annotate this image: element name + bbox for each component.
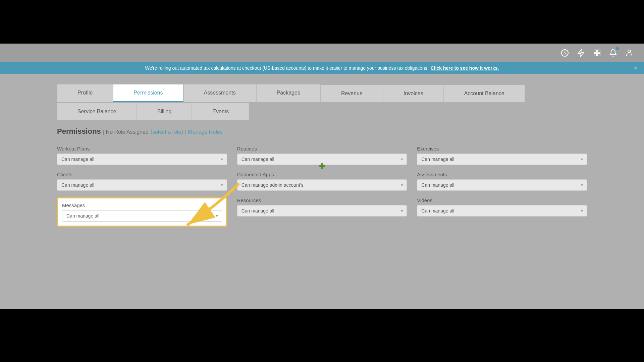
messages-label: Messages	[62, 202, 222, 208]
permission-exercises: Exercises Can manage all Can view only N…	[417, 146, 587, 165]
permissions-grid: Workout Plans Can manage all Can view on…	[57, 146, 587, 227]
exercises-select[interactable]: Can manage all Can view only No access	[417, 154, 587, 165]
separator: |	[185, 129, 188, 135]
svg-marker-1	[578, 50, 584, 56]
videos-label: Videos	[417, 197, 587, 203]
banner-close-button[interactable]: ×	[634, 65, 637, 72]
manage-roles-link[interactable]: Manage Roles	[188, 129, 223, 135]
permission-clients: Clients Can manage all Can view only No …	[57, 172, 227, 191]
permission-connected-apps: Connected Apps Can manage admin account'…	[237, 172, 407, 191]
svg-rect-3	[598, 50, 600, 52]
svg-rect-5	[598, 54, 600, 56]
select-role-link[interactable]: (select a role)	[151, 129, 183, 135]
svg-rect-4	[594, 54, 596, 56]
videos-select[interactable]: Can manage all Can view only No access	[417, 205, 587, 217]
messages-select[interactable]: Can manage all Can view only No access	[62, 210, 222, 222]
tab-revenue[interactable]: Revenue	[321, 85, 383, 102]
top-bar	[0, 0, 644, 44]
permission-resources: Resources Can manage all Can view only N…	[237, 197, 407, 227]
permission-assessments: Assessments Can manage all Can view only…	[417, 172, 587, 191]
exercises-select-wrapper: Can manage all Can view only No access	[417, 154, 587, 165]
videos-select-wrapper: Can manage all Can view only No access	[417, 205, 587, 217]
tab-profile[interactable]: Profile	[57, 84, 113, 102]
tab-packages[interactable]: Packages	[256, 84, 321, 102]
tab-assessments[interactable]: Assessments	[183, 84, 256, 102]
workout-plans-label: Workout Plans	[57, 146, 227, 152]
workout-plans-select[interactable]: Can manage all Can view only No access	[57, 154, 227, 165]
workout-plans-select-wrapper: Can manage all Can view only No access	[57, 154, 227, 165]
tab-service-balance[interactable]: Service Balance	[57, 103, 137, 120]
tab-events[interactable]: Events	[192, 103, 249, 120]
connected-apps-label: Connected Apps	[237, 172, 407, 177]
assessments-select[interactable]: Can manage all Can view only No access	[417, 179, 587, 191]
main-content: Profile Permissions Assessments Packages…	[0, 74, 644, 309]
assessments-label: Assessments	[417, 172, 587, 177]
permissions-header: Permissions | No Role Assigned (select a…	[57, 127, 587, 136]
clients-label: Clients	[57, 172, 227, 177]
permission-routines: Routines Can manage all Can view only No…	[237, 146, 407, 165]
bottom-bar	[0, 309, 644, 362]
svg-point-6	[628, 50, 631, 53]
lightning-icon[interactable]	[576, 48, 586, 58]
connected-apps-select-wrapper: Can manage admin account's Can manage al…	[237, 179, 407, 191]
resources-select-wrapper: Can manage all Can view only No access	[237, 205, 407, 217]
grid-icon[interactable]	[592, 48, 602, 58]
exercises-label: Exercises	[417, 146, 587, 152]
tax-banner: We're rolling out automated tax calculat…	[0, 62, 644, 74]
clock-icon[interactable]	[560, 48, 570, 58]
resources-select[interactable]: Can manage all Can view only No access	[237, 205, 407, 217]
tab-account-balance[interactable]: Account Balance	[444, 85, 525, 102]
messages-select-wrapper: Can manage all Can view only No access	[62, 210, 222, 222]
tab-billing[interactable]: Billing	[137, 103, 192, 120]
nav-tabs: Profile Permissions Assessments Packages…	[57, 84, 587, 120]
permissions-subtitle: | No Role Assigned	[103, 129, 149, 135]
tab-permissions[interactable]: Permissions	[113, 84, 183, 102]
svg-rect-2	[594, 50, 596, 52]
banner-text: We're rolling out automated tax calculat…	[145, 65, 428, 71]
user-icon[interactable]	[625, 48, 634, 58]
resources-label: Resources	[237, 197, 407, 203]
permission-videos: Videos Can manage all Can view only No a…	[417, 197, 587, 227]
bell-icon[interactable]	[608, 48, 618, 58]
permissions-title: Permissions	[57, 127, 101, 135]
permission-workout-plans: Workout Plans Can manage all Can view on…	[57, 146, 227, 165]
connected-apps-select[interactable]: Can manage admin account's Can manage al…	[237, 179, 407, 191]
assessments-select-wrapper: Can manage all Can view only No access	[417, 179, 587, 191]
routines-label: Routines	[237, 146, 407, 152]
permission-messages: Messages Can manage all Can view only No…	[57, 197, 227, 227]
clients-select-wrapper: Can manage all Can view only No access	[57, 179, 227, 191]
notification-badge	[616, 47, 619, 50]
toolbar	[0, 44, 644, 62]
tab-invoices[interactable]: Invoices	[383, 85, 444, 102]
plus-icon: ✚	[319, 162, 325, 171]
banner-link[interactable]: Click here to see how it works.	[431, 65, 499, 71]
clients-select[interactable]: Can manage all Can view only No access	[57, 179, 227, 191]
